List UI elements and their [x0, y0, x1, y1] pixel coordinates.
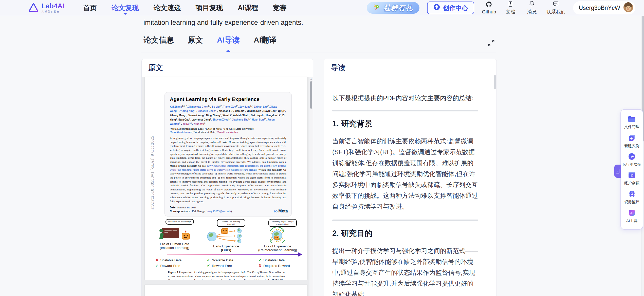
toolbar-collapse-tab[interactable]: « — [614, 165, 621, 178]
author: Dat Huynh1 — [251, 114, 265, 117]
author[interactable]: Yuting Ning3,* — [180, 110, 196, 112]
tool-resource-monitor[interactable]: 资源监控 — [624, 190, 639, 204]
speech-bubble: You should do these steps. — [165, 219, 194, 225]
ai-tools-icon: AI — [628, 209, 636, 218]
figure-col-era-experience: Try many steps… only a reward at last! — [252, 219, 303, 252]
new-instance-icon — [628, 134, 636, 143]
check-icon: ✔ — [259, 258, 262, 262]
section-body-purpose: 提出一种介于模仿学习与强化学习之间的新范式——早期经验,使智能体能够在缺乏外部奖… — [332, 245, 478, 296]
github-icon — [486, 1, 492, 9]
tab-ai-guide[interactable]: AI导读 — [217, 35, 240, 45]
chip-icon — [628, 190, 636, 199]
cyclic-globe-illustration — [262, 227, 293, 244]
check-icon: ✔ — [207, 258, 210, 262]
author[interactable]: Yu Su3,† — [182, 123, 192, 125]
tool-running-instances[interactable]: 运行中实例 — [622, 153, 641, 167]
svg-text:¥: ¥ — [631, 174, 633, 177]
section-heading-purpose: 2. 研究目的 — [332, 228, 478, 239]
logo[interactable]: Lab4AI 大模型实验室 — [28, 3, 64, 13]
nav-item-paper-repro[interactable]: 论文复现 — [112, 3, 139, 12]
author[interactable]: Huan Sun3,* — [252, 118, 266, 121]
logo-icon — [28, 3, 39, 13]
section-divider — [332, 110, 478, 111]
author[interactable]: Xiangchao Chen3,* — [188, 105, 210, 108]
fullscreen-button[interactable] — [486, 38, 496, 49]
section-heading-background: 1. 研究背景 — [332, 119, 478, 129]
tool-new-instance[interactable]: 新建实例 — [624, 134, 639, 148]
tool-ai-tools[interactable]: AI AI工具 — [626, 209, 637, 223]
pdf-scrollbar-thumb[interactable] — [310, 81, 312, 109]
author[interactable]: Zeyi Liao3,* — [239, 105, 252, 108]
correspondence-email-link[interactable]: zhang.13253@osu.edu — [205, 210, 231, 213]
tab-original-text[interactable]: 原文 — [188, 35, 203, 45]
speech-bubble: Try many steps… only a reward at last! — [268, 219, 297, 227]
tabs-divider — [141, 52, 496, 52]
github-link[interactable]: Github — [482, 1, 496, 15]
left-panel-title: 原文 — [148, 63, 163, 73]
section-divider — [332, 220, 478, 221]
abstract: A long-term goal of language agents is t… — [170, 136, 286, 203]
contact-us-link[interactable]: 联系我们 — [546, 1, 565, 15]
user-menu[interactable]: Userg3oBnYcW — [573, 1, 635, 14]
pdf-page-1: arXiv:2510.08558v1 [cs.AI] 9 Oct 2025 Ag… — [145, 77, 307, 280]
creator-center-button[interactable]: 创作中心 — [427, 2, 474, 14]
author: Ning Zhang1 — [206, 114, 221, 117]
nav-item-ai-course[interactable]: AI课程 — [238, 3, 258, 12]
scroll-up-arrow-icon[interactable]: ▲ — [309, 77, 313, 80]
messages-link[interactable]: 消息 — [525, 1, 539, 15]
robot-branching-worlds-illustration — [206, 227, 246, 244]
author: Lawrence Jang1 — [192, 118, 211, 121]
guide-scrollbar[interactable] — [494, 77, 496, 296]
author[interactable]: Shuyan Zhou1,* — [212, 118, 231, 121]
guide-intro: 以下是根据提供的PDF内容对论文主要内容的总结: — [332, 94, 478, 102]
author: Zihang Meng1 — [170, 114, 187, 117]
tab-paper-info[interactable]: 论文信息 — [143, 35, 174, 45]
teacher-robot-illustration — [156, 225, 194, 241]
author: Jianwei Yang1 — [188, 114, 205, 117]
cross-icon: ✘ — [155, 258, 159, 262]
left-panel-header: 原文 — [142, 59, 313, 77]
tool-file-manager[interactable]: 文件管理 — [624, 115, 639, 129]
paper-tabs: 论文信息 原文 AI导读 AI翻译 — [143, 35, 277, 45]
nav-item-project-repro[interactable]: 项目复现 — [196, 3, 223, 12]
avatar — [623, 2, 633, 13]
author[interactable]: Bo Liu2,* — [212, 105, 222, 108]
author[interactable]: Tianci Xue3,* — [223, 105, 238, 108]
author: Ashish Shah1 — [233, 114, 249, 117]
figure-columns: You should do these steps. — [149, 219, 303, 252]
contributor-note: *Core Contributors, °Work done at Meta, … — [170, 131, 286, 133]
main-nav: 首页 论文复现 论文速递 项目复现 AI课程 竞赛 — [83, 3, 287, 12]
author: Hengduo Li1 — [266, 114, 281, 117]
author: Boyu Gou3 — [264, 110, 277, 112]
docs-link[interactable]: 文档 — [504, 1, 517, 15]
scrolled-paper-text: imitation learning and fully experience-… — [143, 19, 303, 27]
author[interactable]: Jiacheng Zhu1,* — [232, 118, 250, 121]
author: Jian Xie3 — [235, 110, 245, 112]
author[interactable]: Zhihan Liu1,* — [254, 105, 269, 108]
pdf-viewer[interactable]: arXiv:2510.08558v1 [cs.AI] 9 Oct 2025 Ag… — [142, 77, 313, 296]
author[interactable]: Yifan Wu1,† — [193, 123, 207, 125]
pdf-scrollbar[interactable]: ▲ — [309, 77, 313, 296]
arxiv-sidebar-text: arXiv:2510.08558v1 [cs.AI] 9 Oct 2025 — [150, 136, 155, 209]
nav-item-paper-express[interactable]: 论文速递 — [154, 3, 181, 12]
nav-item-home[interactable]: 首页 — [83, 3, 97, 12]
nav-item-competition[interactable]: 竞赛 — [273, 3, 287, 12]
right-panel-header: 导读 — [324, 59, 496, 77]
original-paper-panel: 原文 arXiv:2510.08558v1 [cs.AI] 9 Oct 2025… — [141, 59, 313, 296]
author[interactable]: Kai Zhang1,3,◦,* — [170, 105, 187, 108]
bulb-icon — [433, 4, 440, 12]
wallet-yuan-icon: ¥ — [628, 172, 636, 180]
logo-title: Lab4AI — [42, 3, 64, 10]
ai-guide-content[interactable]: 以下是根据提供的PDF内容对论文主要内容的总结: 1. 研究背景 当前语言智能体… — [324, 77, 496, 296]
author: Sara Cao1 — [178, 118, 190, 121]
community-gift-badge[interactable]: 社群有礼 — [367, 2, 419, 14]
tool-account-balance[interactable]: ¥ 账户余额 — [624, 172, 639, 186]
tab-ai-translate[interactable]: AI翻译 — [254, 35, 277, 45]
navbar-right: 社群有礼 创作中心 Github — [367, 1, 635, 15]
figure-col-early-experience: What if I do this step instead? — [200, 219, 252, 252]
right-panel-title: 导读 — [331, 63, 345, 73]
author[interactable]: Zhaorun Chen1,* — [198, 110, 217, 112]
app-root: Lab4AI 大模型实验室 首页 论文复现 论文速递 项目复现 AI课程 竞赛 — [0, 0, 644, 296]
affiliations: ¹Meta Superintelligence Labs, ²FAIR at M… — [170, 127, 286, 130]
guide-scrollbar-thumb[interactable] — [494, 75, 496, 89]
